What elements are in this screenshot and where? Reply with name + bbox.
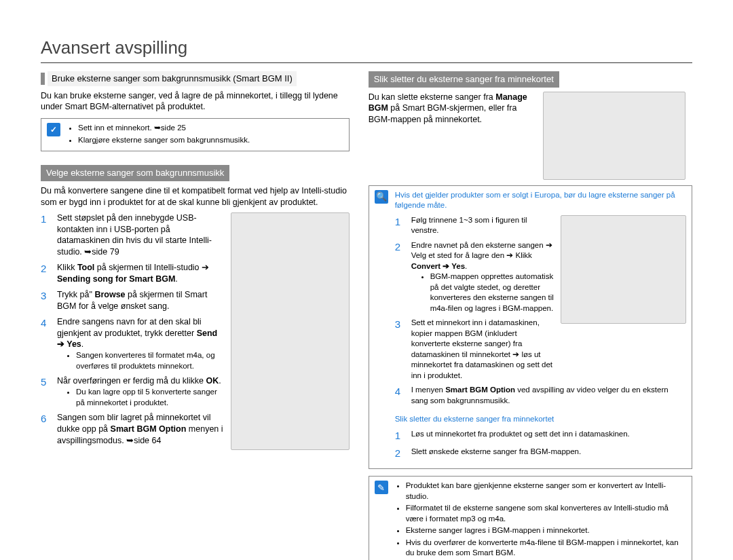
screenshot-manage-bgm [543,92,685,180]
note-1: Produktet kan bare gjenkjenne eksterne s… [406,481,686,502]
note-4: Hvis du overfører de konverterte m4a-fil… [406,538,686,559]
left-column: Bruke eksterne sanger som bakgrunnsmusik… [41,71,350,560]
screenshot-song-conversion [561,215,686,324]
note-3: Eksterne sanger lagres i BGM-mappen i mi… [406,525,686,536]
prereq-item-2: Klargjøre eksterne sanger som bakgrunnsm… [78,135,250,146]
section-title-smart-bgm: Bruke eksterne sanger som bakgrunnsmusik… [48,71,297,86]
left-step-2: Klikk Tool på skjermen til Intelli-studi… [57,262,225,285]
left-step-4: Endre sangens navn for at den skal bli g… [57,316,225,372]
smart-bgm-intro: Du kan bruke eksterne sanger, ved å lagr… [41,90,350,113]
info-box-prereq: ✓ Sett inn et minnekort. ➥side 25 Klargj… [41,118,350,151]
prereq-item-1: Sett inn et minnekort. ➥side 25 [78,123,250,134]
right-step-2: Endre navnet på den eksterne sangen ➔ Ve… [411,240,555,314]
left-step-5: Når overføringen er ferdig må du klikke … [57,375,225,408]
right-column: Slik sletter du eksterne sanger fra minn… [369,71,692,560]
screenshot-intelli-studio [231,212,350,450]
title-divider [41,62,692,63]
section-header-delete-bgm: Slik sletter du eksterne sanger fra minn… [369,71,559,88]
section-header-select-bgm: Velge eksterne sanger som bakgrunnsmusik… [41,165,229,181]
select-bgm-intro: Du må konvertere sangene dine til et kom… [41,185,350,208]
left-step-1: Sett støpslet på den innebygde USB-konta… [57,212,225,259]
check-icon: ✓ [47,123,60,136]
info-box-notes: ✎ Produktet kan bare gjenkjenne eksterne… [369,476,692,560]
magnifier-icon: 🔍 [375,190,388,204]
right-step-1: Følg trinnene 1~3 som i figuren til vens… [411,215,555,236]
left-step-6: Sangen som blir lagret på minnekortet vi… [57,412,225,447]
note-icon: ✎ [375,481,388,494]
info-box-europe: 🔍 Hvis det gjelder produkter som er solg… [369,185,692,470]
note-2: Filformatet til de eksterne sangene som … [406,503,686,524]
section-bar-smart-bgm: Bruke eksterne sanger som bakgrunnsmusik… [41,71,350,86]
right-step-3: Sett et minnekort inn i datamaskinen, ko… [411,318,555,381]
left-step-3: Trykk på" Browse på skjermen til Smart B… [57,289,225,312]
delete-bgm-intro: Du kan slette eksterne sanger fra Manage… [369,92,536,176]
delete-step-1: Løs ut minnekortet fra produktet og sett… [411,429,686,443]
delete-step-2: Slett ønskede eksterne sanger fra BGM-ma… [411,447,686,460]
europe-note: Hvis det gjelder produkter som er solgt … [395,190,686,211]
delete-subheader: Slik sletter du eksterne sanger fra minn… [395,414,686,425]
right-step-4: I menyen Smart BGM Option ved avspilling… [411,385,686,406]
page-title: Avansert avspilling [41,37,692,58]
